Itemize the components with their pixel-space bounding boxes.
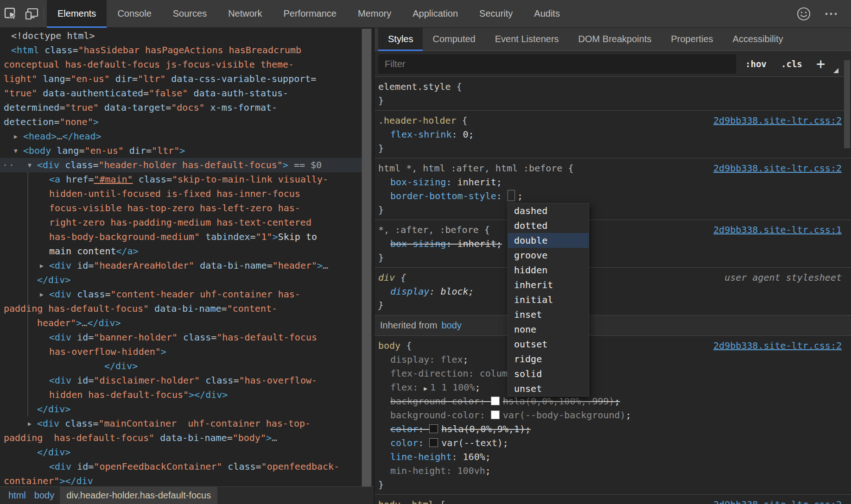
dom-tree-line[interactable]: <div id="disclaimer-holder" class="has-o… <box>0 373 362 388</box>
css-selector[interactable]: body {2d9bb338.site-ltr.css:2 <box>375 339 851 353</box>
feedback-smiley-icon[interactable] <box>796 6 811 21</box>
css-selector[interactable]: html *, html :after, html :before {2d9bb… <box>375 161 851 175</box>
css-property[interactable]: flex: ▶1 1 100%; <box>375 380 851 394</box>
color-swatch[interactable] <box>491 410 500 419</box>
dom-tree-line[interactable]: ··▼<div class="header-holder has-default… <box>0 158 362 172</box>
toggle-hover-state-button[interactable]: :hov <box>745 51 767 77</box>
styles-tab-styles[interactable]: Styles <box>378 28 423 51</box>
dom-tree-line[interactable]: padding has-default-focus" data-bi-name=… <box>0 431 362 445</box>
device-toolbar-icon[interactable] <box>21 0 43 28</box>
dropdown-item-double[interactable]: double <box>508 233 589 248</box>
tab-security[interactable]: Security <box>469 0 523 28</box>
stylesheet-source-link[interactable]: 2d9bb338.site-ltr.css:2 <box>713 339 842 353</box>
dom-tree-line[interactable]: ▶<div class="content-header uhf-containe… <box>0 287 362 302</box>
value-edit-box[interactable] <box>508 190 515 201</box>
dom-tree-line[interactable]: hidden has-default-focus"></div> <box>0 388 362 402</box>
dom-tree-line[interactable]: right-zero has-padding-medium has-text-c… <box>0 215 362 230</box>
css-property[interactable]: box-sizing: inherit; <box>375 175 851 189</box>
tab-console[interactable]: Console <box>107 0 162 28</box>
breadcrumb-item-html[interactable]: html <box>8 490 26 501</box>
dropdown-item-unset[interactable]: unset <box>508 381 589 396</box>
tab-memory[interactable]: Memory <box>347 0 402 28</box>
dom-tree-line[interactable]: determined="true" data-target="docs" x-m… <box>0 101 362 115</box>
styles-tab-properties[interactable]: Properties <box>661 28 723 51</box>
tab-network[interactable]: Network <box>217 0 273 28</box>
css-selector[interactable]: div {user agent stylesheet <box>375 271 851 284</box>
css-property[interactable]: flex-direction: column; <box>375 366 851 380</box>
dom-tree-line[interactable]: <a href="#main" class="skip-to-main-link… <box>0 172 362 187</box>
stylesheet-source-link[interactable]: 2d9bb338.site-ltr.css:2 <box>713 161 842 175</box>
css-property[interactable]: background-color: hsla(0,0%,100%,.999); <box>375 394 851 408</box>
color-swatch[interactable] <box>429 438 438 447</box>
styles-filter-input[interactable]: Filter <box>378 54 736 74</box>
inherited-from-node-link[interactable]: body <box>441 320 461 331</box>
dom-tree-line[interactable]: <div id="openFeedbackContainer" class="o… <box>0 460 362 474</box>
chevron-collapsed-icon[interactable]: ▶ <box>40 287 44 302</box>
inspect-icon[interactable] <box>0 0 21 28</box>
shorthand-expand-icon[interactable]: ▶ <box>424 385 427 392</box>
breadcrumb-item-body[interactable]: body <box>34 490 54 501</box>
dom-tree-line[interactable]: ▶<div class="mainContainer uhf-container… <box>0 416 362 431</box>
toggle-class-button[interactable]: .cls <box>781 51 802 77</box>
dom-tree-line[interactable]: ▶<head>…</head> <box>0 129 362 144</box>
css-property[interactable]: display: flex; <box>375 353 851 366</box>
css-property[interactable]: border-bottom-style: ; <box>375 189 851 203</box>
stylesheet-source-link[interactable]: 2d9bb338.site-ltr.css:1 <box>713 223 842 237</box>
css-property[interactable]: color: var(--text); <box>375 436 851 450</box>
styles-tab-event-listeners[interactable]: Event Listeners <box>485 28 569 51</box>
styles-tab-accessibility[interactable]: Accessibility <box>723 28 793 51</box>
dropdown-item-inset[interactable]: inset <box>508 307 589 322</box>
dom-tree-line[interactable]: </div> <box>0 359 362 373</box>
tab-sources[interactable]: Sources <box>162 0 217 28</box>
tab-elements[interactable]: Elements <box>47 0 107 28</box>
dom-tree-line[interactable]: light" lang="en-us" dir="ltr" data-css-v… <box>0 72 362 86</box>
chevron-collapsed-icon[interactable]: ▶ <box>28 416 32 431</box>
stylesheet-source-link[interactable]: 2d9bb338.site-ltr.css:2 <box>713 498 842 504</box>
css-property[interactable]: background-color: var(--body-background)… <box>375 408 851 422</box>
dom-tree-line[interactable]: padding has-default-focus" data-bi-name=… <box>0 302 362 316</box>
dom-tree-line[interactable]: </div> <box>0 445 362 460</box>
css-selector[interactable]: *, :after, :before {2d9bb338.site-ltr.cs… <box>375 223 851 237</box>
dom-tree-line[interactable]: container"></div <box>0 474 362 486</box>
dom-tree-line[interactable]: <div id="banner-holder" class="has-defau… <box>0 330 362 345</box>
css-selector[interactable]: .header-holder {2d9bb338.site-ltr.css:2 <box>375 113 851 127</box>
dom-tree-line[interactable]: "true" data-authenticated="false" data-a… <box>0 86 362 101</box>
dropdown-item-dotted[interactable]: dotted <box>508 218 589 233</box>
dom-tree-line[interactable]: </div> <box>0 273 362 287</box>
dom-tree-line[interactable]: <!doctype html> <box>0 29 362 43</box>
dropdown-item-dashed[interactable]: dashed <box>508 203 589 218</box>
css-property[interactable]: flex-shrink: 0; <box>375 127 851 141</box>
dropdown-item-solid[interactable]: solid <box>508 366 589 381</box>
tab-performance[interactable]: Performance <box>273 0 348 28</box>
dropdown-item-outset[interactable]: outset <box>508 337 589 352</box>
css-property[interactable]: line-height: 160%; <box>375 450 851 464</box>
chevron-expanded-icon[interactable]: ▼ <box>14 144 18 158</box>
styles-tab-dom-breakpoints[interactable]: DOM Breakpoints <box>569 28 661 51</box>
css-selector[interactable]: body, html {2d9bb338.site-ltr.css:2 <box>375 498 851 504</box>
dom-tree-line[interactable]: header">…</div> <box>0 316 362 330</box>
dropdown-item-none[interactable]: none <box>508 322 589 337</box>
css-property[interactable]: color: hsla(0,0%,9%,1); <box>375 422 851 436</box>
dom-tree-line[interactable]: ▶<div id="headerAreaHolder" data-bi-name… <box>0 258 362 273</box>
dom-tree-line[interactable]: ▼<body lang="en-us" dir="ltr"> <box>0 144 362 158</box>
new-style-rule-button[interactable]: + <box>816 51 825 77</box>
dom-tree-line[interactable]: has-body-background-medium" tabindex="1"… <box>0 230 362 244</box>
dropdown-item-initial[interactable]: initial <box>508 292 589 307</box>
dom-tree-line[interactable]: <html class="hasSidebar hasPageActions h… <box>0 43 362 57</box>
css-property[interactable]: min-height: 100vh; <box>375 464 851 478</box>
dom-tree[interactable]: <!doctype html><html class="hasSidebar h… <box>0 28 362 486</box>
dropdown-item-groove[interactable]: groove <box>508 248 589 263</box>
dropdown-item-inherit[interactable]: inherit <box>508 277 589 292</box>
more-menu-icon[interactable] <box>824 12 838 16</box>
chevron-collapsed-icon[interactable]: ▶ <box>14 129 18 144</box>
dom-tree-line[interactable]: has-overflow-hidden"> <box>0 345 362 359</box>
stylesheet-source-link[interactable]: 2d9bb338.site-ltr.css:2 <box>713 113 842 127</box>
dom-tree-line[interactable]: conceptual has-default-focus js-focus-vi… <box>0 57 362 72</box>
breadcrumb-item-div-header-holder-has-default-focus[interactable]: div.header-holder.has-default-focus <box>60 487 217 504</box>
chevron-expanded-icon[interactable]: ▼ <box>28 158 32 172</box>
elements-panel-scrollbar[interactable] <box>362 29 372 486</box>
tab-audits[interactable]: Audits <box>523 0 571 28</box>
styles-tab-computed[interactable]: Computed <box>423 28 485 51</box>
tab-application[interactable]: Application <box>402 0 469 28</box>
dom-tree-line[interactable]: main content</a> <box>0 244 362 258</box>
